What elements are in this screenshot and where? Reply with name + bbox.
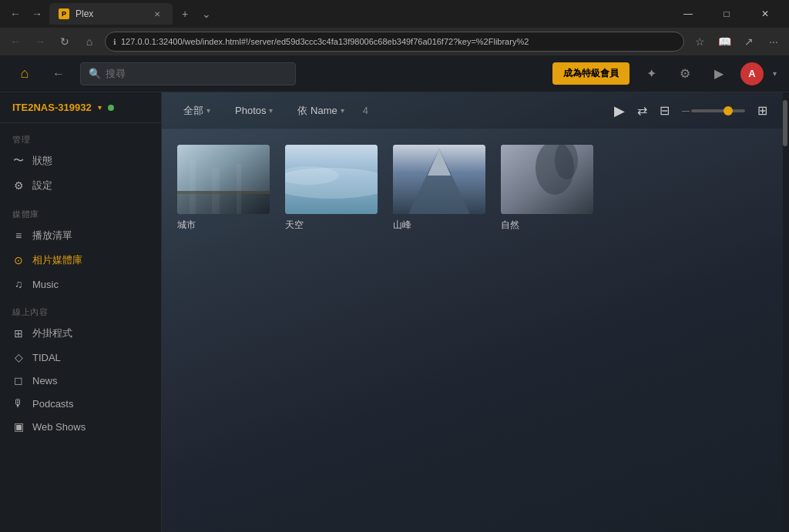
avatar[interactable]: A [740,62,764,85]
photo-item-nature[interactable]: 自然 [501,145,593,232]
sidebar-item-playlist[interactable]: ≡ 播放清單 [0,223,161,248]
server-name: ITE2NAS-319932 [12,102,92,113]
grid-view-btn[interactable]: ⊞ [757,103,767,118]
tab-close-btn[interactable]: ✕ [151,8,163,20]
sidebar: ITE2NAS-319932 ▾ 管理 〜 狀態 ⚙ 設定 媒體庫 ≡ 播放清單… [0,92,162,532]
tab-menu-btn[interactable]: ⌄ [197,5,216,23]
photo-label-sky: 天空 [285,219,378,232]
cast-icon-btn[interactable]: ▶ [707,62,731,86]
music-icon: ♫ [12,278,25,290]
sidebar-item-label-playlist: 播放清單 [32,229,72,243]
sidebar-item-status[interactable]: 〜 狀態 [0,149,161,173]
server-caret: ▾ [98,103,102,112]
close-btn[interactable]: ✕ [747,3,783,25]
photo-label-nature: 自然 [501,219,593,232]
mic-icon: 🎙 [12,397,25,410]
sidebar-item-podcasts[interactable]: 🎙 Podcasts [0,392,161,415]
maximize-btn[interactable]: □ [709,3,744,25]
photo-label-city: 城市 [177,219,270,232]
section-label-library: 媒體庫 [0,198,161,223]
photo-item-city[interactable]: 城市 [177,145,270,232]
share-btn[interactable]: ↗ [740,32,758,51]
settings-icon-btn[interactable]: ⚙ [673,62,697,86]
filter-sort-btn[interactable]: 依 Name ▾ [291,101,350,121]
back-btn[interactable]: ← [6,32,25,51]
sidebar-item-music[interactable]: ♫ Music [0,273,161,296]
browser-tab[interactable]: P Plex ✕ [49,3,173,25]
photo-thumb-city [177,145,270,214]
size-slider[interactable]: — [682,106,745,115]
address-text: 127.0.0.1:32400/web/index.html#!/server/… [121,37,676,46]
sidebar-item-label-photos: 相片媒體庫 [32,253,82,267]
photo-thumb-inner-city [177,145,270,214]
filter-all-label: 全部 [183,104,203,118]
count-badge: 4 [363,105,368,116]
reader-btn[interactable]: 📖 [715,32,734,51]
view-mode-btn[interactable]: ⊟ [660,103,670,118]
bookmark-btn[interactable]: ☆ [690,32,709,51]
photo-grid: 城市 天空 山峰 [162,129,783,532]
minimize-btn[interactable]: — [670,3,706,25]
filter-sort-caret: ▾ [341,106,344,115]
main-layout: ITE2NAS-319932 ▾ 管理 〜 狀態 ⚙ 設定 媒體庫 ≡ 播放清單… [0,92,789,532]
tab-title: Plex [76,8,93,19]
sidebar-server[interactable]: ITE2NAS-319932 ▾ [0,92,161,123]
activity-icon: 〜 [12,155,25,167]
search-input[interactable] [106,68,287,79]
filter-photos-btn[interactable]: Photos ▾ [229,102,279,119]
filter-all-btn[interactable]: 全部 ▾ [177,101,217,121]
photo-label-mountain: 山峰 [393,219,485,232]
home-btn[interactable]: ⌂ [80,32,99,51]
shuffle-btn[interactable]: ⇄ [637,103,647,118]
plexpass-icon-btn[interactable]: ✦ [639,62,663,86]
sidebar-item-label-news: News [32,375,58,386]
tab-forward-btn[interactable]: → [28,5,46,23]
home-icon-btn[interactable]: ⌂ [12,62,37,86]
sidebar-item-label-webshows: Web Shows [32,421,86,433]
tab-favicon: P [59,8,69,19]
new-tab-btn[interactable]: + [176,5,194,23]
sidebar-item-tidal[interactable]: ◇ TIDAL [0,346,161,369]
photo-item-sky[interactable]: 天空 [285,145,378,232]
photo-thumb-inner-sky [285,145,378,214]
filter-photos-label: Photos [235,105,266,116]
scrollbar-track[interactable] [783,92,789,532]
tidal-icon: ◇ [12,351,25,363]
browser-controls: ← → ↻ ⌂ ℹ 127.0.0.1:32400/web/index.html… [0,28,789,55]
address-bar[interactable]: ℹ 127.0.0.1:32400/web/index.html#!/serve… [105,32,684,52]
scrollbar-thumb[interactable] [783,100,787,146]
lock-icon: ℹ [113,38,116,46]
news-icon: ◻ [12,374,25,386]
avatar-caret[interactable]: ▾ [773,69,777,78]
sidebar-item-webshows[interactable]: ▣ Web Shows [0,415,161,438]
photo-item-mountain[interactable]: 山峰 [393,145,485,232]
gear-icon: ⚙ [12,179,25,192]
photo-thumb-inner-nature [501,145,593,214]
sidebar-item-photos[interactable]: ⊙ 相片媒體庫 [0,248,161,273]
slider-thumb[interactable] [724,106,733,115]
slider-track[interactable] [691,109,745,112]
sidebar-item-plugins[interactable]: ⊞ 外掛程式 [0,321,161,346]
reload-btn[interactable]: ↻ [55,32,74,51]
search-bar[interactable]: 🔍 [80,62,296,85]
browser-chrome: ← → P Plex ✕ + ⌄ — □ ✕ ← → ↻ ⌂ ℹ 127.0.0… [0,0,789,55]
sidebar-item-label-music: Music [32,279,59,290]
premium-button[interactable]: 成為特級會員 [552,62,630,85]
sidebar-item-label-tidal: TIDAL [32,352,61,363]
sidebar-item-label-settings: 設定 [32,179,52,192]
play-all-btn[interactable]: ▶ [614,102,625,119]
forward-btn[interactable]: → [31,32,49,51]
search-icon: 🔍 [89,68,101,79]
sidebar-item-label-status: 狀態 [32,154,52,168]
photo-thumb-sky [285,145,378,214]
camera-icon: ⊙ [12,254,25,266]
nav-back-btn[interactable]: ← [46,62,71,86]
sidebar-item-news[interactable]: ◻ News [0,369,161,392]
content-toolbar: 全部 ▾ Photos ▾ 依 Name ▾ 4 ▶ ⇄ ⊟ — [162,92,783,129]
sidebar-item-label-plugins: 外掛程式 [32,326,72,340]
photo-thumb-nature [501,145,593,214]
tab-back-btn[interactable]: ← [6,5,25,23]
menu-btn[interactable]: ··· [764,32,783,51]
content-area: 全部 ▾ Photos ▾ 依 Name ▾ 4 ▶ ⇄ ⊟ — [162,92,783,532]
sidebar-item-settings[interactable]: ⚙ 設定 [0,173,161,198]
